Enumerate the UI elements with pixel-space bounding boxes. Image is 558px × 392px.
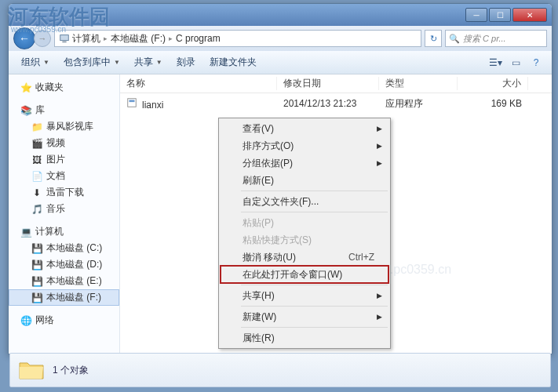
ctx-new[interactable]: 新建(W)▶	[221, 308, 388, 325]
organize-button[interactable]: 组织▼	[15, 54, 56, 71]
col-type[interactable]: 类型	[379, 77, 458, 90]
ctx-separator	[241, 327, 388, 328]
minimize-button[interactable]: ─	[465, 8, 487, 22]
drive-icon: 💾	[31, 292, 43, 304]
svg-rect-2	[128, 98, 137, 107]
ctx-undo[interactable]: 撤消 移动(U)Ctrl+Z	[221, 249, 388, 266]
view-options-button[interactable]: ☰▾	[486, 54, 505, 71]
col-name[interactable]: 名称	[120, 77, 277, 90]
sidebar-favorites[interactable]: ⭐收藏夹	[9, 79, 119, 96]
ctx-share[interactable]: 共享(H)▶	[221, 287, 388, 304]
sidebar-libraries[interactable]: 📚库	[9, 102, 119, 118]
burn-button[interactable]: 刻录	[170, 54, 202, 71]
folder-icon: 📁	[31, 121, 43, 133]
toolbar: 组织▼ 包含到库中▼ 共享▼ 刻录 新建文件夹 ☰▾ ▭ ?	[9, 51, 552, 74]
breadcrumb[interactable]: 计算机 ▸ 本地磁盘 (F:) ▸ C program	[54, 30, 421, 47]
chevron-down-icon: ▼	[43, 59, 49, 66]
drive-icon: 💾	[31, 259, 43, 271]
sidebar-item-music[interactable]: 🎵音乐	[9, 201, 119, 217]
help-button[interactable]: ?	[527, 54, 545, 71]
crumb-sep-icon: ▸	[104, 34, 108, 42]
picture-icon: 🖼	[31, 154, 43, 166]
sidebar-drive-d[interactable]: 💾本地磁盘 (D:)	[9, 256, 119, 273]
refresh-button[interactable]: ↻	[425, 30, 442, 47]
search-input[interactable]: 🔍 搜索 C pr...	[445, 30, 547, 47]
star-icon: ⭐	[20, 82, 32, 94]
share-button[interactable]: 共享▼	[128, 54, 169, 71]
include-library-button[interactable]: 包含到库中▼	[57, 54, 126, 71]
search-icon: 🔍	[449, 34, 460, 44]
sidebar-item-video-lib[interactable]: 📁暴风影视库	[9, 118, 119, 135]
svg-rect-0	[60, 35, 69, 41]
arrow-right-icon: ▶	[377, 159, 382, 167]
nav-buttons: ← →	[13, 27, 51, 49]
status-count: 1 个对象	[53, 364, 89, 377]
sidebar-computer[interactable]: 💻计算机	[9, 223, 119, 240]
library-icon: 📚	[20, 104, 32, 117]
ctx-properties[interactable]: 属性(R)	[221, 329, 388, 347]
ctx-separator	[241, 191, 388, 191]
preview-pane-button[interactable]: ▭	[506, 54, 525, 71]
address-bar: ← → 计算机 ▸ 本地磁盘 (F:) ▸ C program ↻ 🔍 搜索 C…	[9, 26, 552, 51]
file-row[interactable]: lianxi 2014/12/13 21:23 应用程序 169 KB	[120, 93, 552, 111]
ctx-refresh[interactable]: 刷新(E)	[221, 172, 388, 189]
forward-button[interactable]: →	[34, 30, 51, 47]
ctx-open-cmd-here[interactable]: 在此处打开命令窗口(W)	[221, 266, 388, 283]
svg-rect-3	[129, 100, 135, 102]
video-icon: 🎬	[31, 137, 43, 150]
ctx-customize[interactable]: 自定义文件夹(F)...	[221, 193, 388, 210]
ctx-shortcut: Ctrl+Z	[348, 252, 374, 263]
crumb-folder[interactable]: C program	[176, 33, 221, 44]
arrow-right-icon: ▶	[377, 292, 382, 299]
crumb-sep-icon: ▸	[169, 34, 173, 42]
ctx-sort[interactable]: 排序方式(O)▶	[221, 137, 388, 154]
drive-icon: 💾	[31, 242, 43, 255]
sidebar-drive-f[interactable]: 💾本地磁盘 (F:)	[9, 289, 119, 306]
drive-icon: 💾	[31, 275, 43, 288]
crumb-drive[interactable]: 本地磁盘 (F:)	[111, 32, 166, 45]
folder-icon	[18, 358, 45, 382]
computer-icon: 💻	[20, 226, 32, 238]
maximize-button[interactable]: ☐	[489, 8, 511, 22]
network-icon: 🌐	[20, 314, 32, 327]
svg-rect-1	[62, 42, 66, 43]
sidebar-drive-e[interactable]: 💾本地磁盘 (E:)	[9, 273, 119, 289]
column-header: 名称 修改日期 类型 大小	[120, 74, 552, 93]
navigation-sidebar: ⭐收藏夹 📚库 📁暴风影视库 🎬视频 🖼图片 📄文档 ⬇迅雷下载 🎵音乐 💻计算…	[9, 74, 120, 354]
file-size: 169 KB	[458, 98, 528, 109]
music-icon: 🎵	[31, 203, 43, 216]
file-type: 应用程序	[379, 97, 458, 111]
sidebar-drive-c[interactable]: 💾本地磁盘 (C:)	[9, 240, 119, 256]
crumb-computer[interactable]: 计算机	[72, 32, 100, 45]
chevron-down-icon: ▼	[114, 59, 120, 66]
exe-icon	[126, 97, 139, 110]
status-bar: 1 个对象	[9, 353, 551, 387]
ctx-view[interactable]: 查看(V)▶	[221, 120, 388, 137]
arrow-right-icon: ▶	[377, 142, 382, 150]
search-placeholder: 搜索 C pr...	[463, 33, 506, 45]
chevron-down-icon: ▼	[156, 59, 162, 66]
sidebar-network[interactable]: 🌐网络	[9, 312, 119, 328]
ctx-separator	[241, 212, 388, 212]
ctx-separator	[241, 285, 388, 285]
context-menu: 查看(V)▶ 排序方式(O)▶ 分组依据(P)▶ 刷新(E) 自定义文件夹(F)…	[218, 118, 391, 349]
sidebar-item-documents[interactable]: 📄文档	[9, 168, 119, 184]
download-icon: ⬇	[31, 187, 43, 199]
file-date: 2014/12/13 21:23	[277, 98, 379, 109]
arrow-right-icon: ▶	[377, 313, 382, 321]
ctx-group[interactable]: 分组依据(P)▶	[221, 154, 388, 172]
close-button[interactable]: ✕	[512, 8, 547, 22]
back-button[interactable]: ←	[13, 27, 35, 49]
ctx-paste: 粘贴(P)	[221, 214, 388, 231]
col-date[interactable]: 修改日期	[277, 77, 379, 90]
col-size[interactable]: 大小	[458, 77, 528, 90]
new-folder-button[interactable]: 新建文件夹	[203, 54, 263, 71]
sidebar-item-downloads[interactable]: ⬇迅雷下载	[9, 184, 119, 201]
titlebar[interactable]: ─ ☐ ✕	[9, 4, 552, 26]
arrow-right-icon: ▶	[377, 125, 382, 132]
sidebar-item-pictures[interactable]: 🖼图片	[9, 151, 119, 168]
window-controls: ─ ☐ ✕	[465, 8, 547, 22]
sidebar-item-videos[interactable]: 🎬视频	[9, 135, 119, 151]
file-name: lianxi	[142, 100, 163, 111]
document-icon: 📄	[31, 170, 43, 183]
